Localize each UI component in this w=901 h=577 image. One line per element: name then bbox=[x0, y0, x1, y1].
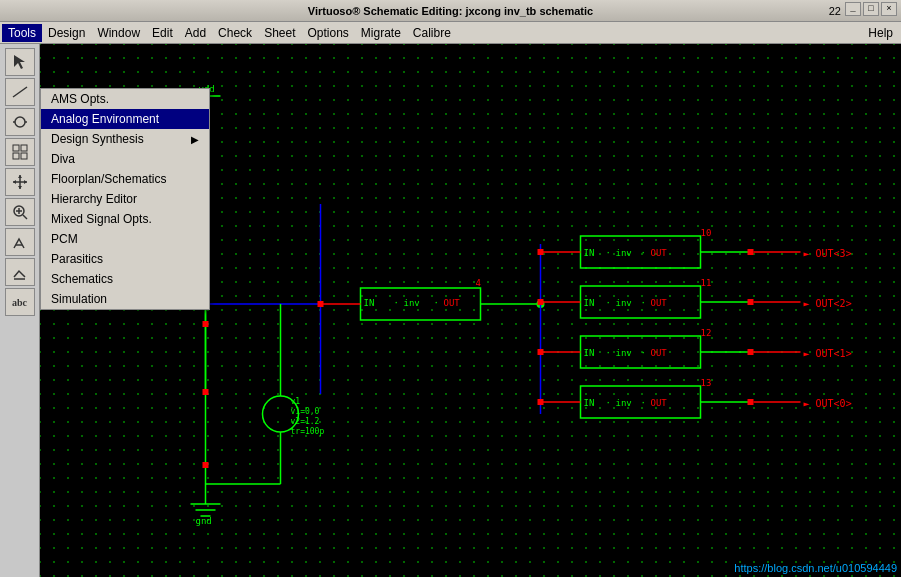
maximize-button[interactable]: □ bbox=[863, 2, 879, 16]
component-tool[interactable] bbox=[5, 108, 35, 136]
svg-text:► OUT<0>: ► OUT<0> bbox=[804, 398, 852, 409]
svg-rect-25 bbox=[361, 288, 481, 320]
dropdown-simulation[interactable]: Simulation bbox=[41, 289, 209, 309]
menu-design[interactable]: Design bbox=[42, 24, 91, 42]
zoom-tool[interactable] bbox=[5, 198, 35, 226]
statusbar-url: https://blog.csdn.net/u010594449 bbox=[734, 562, 897, 574]
close-button[interactable]: × bbox=[881, 2, 897, 16]
schematic-canvas[interactable]: IN · inv · OUT 4 IN · inv · OUT bbox=[40, 44, 901, 577]
dropdown-schematics[interactable]: Schematics bbox=[41, 269, 209, 289]
minimize-button[interactable]: _ bbox=[845, 2, 861, 16]
svg-text:OUT: OUT bbox=[651, 248, 668, 258]
menu-options[interactable]: Options bbox=[301, 24, 354, 42]
menu-calibre[interactable]: Calibre bbox=[407, 24, 457, 42]
menu-check[interactable]: Check bbox=[212, 24, 258, 42]
move-tool[interactable] bbox=[5, 168, 35, 196]
probe-tool[interactable] bbox=[5, 228, 35, 256]
svg-rect-107 bbox=[203, 462, 209, 468]
svg-rect-6 bbox=[13, 153, 19, 159]
svg-text:·: · bbox=[641, 348, 646, 358]
svg-rect-72 bbox=[748, 349, 754, 355]
svg-text:OUT: OUT bbox=[444, 298, 461, 308]
svg-text:10: 10 bbox=[701, 228, 712, 238]
svg-rect-83 bbox=[538, 399, 544, 405]
svg-rect-105 bbox=[203, 321, 209, 327]
svg-line-0 bbox=[13, 87, 27, 97]
svg-text:IN: IN bbox=[584, 348, 595, 358]
titlebar-number: 22 bbox=[829, 5, 841, 17]
toolbar: abc bbox=[0, 44, 40, 577]
svg-text:inv: inv bbox=[616, 348, 632, 358]
main-area: abc IN · inv · OUT bbox=[0, 44, 901, 577]
titlebar-controls: _ □ × bbox=[845, 2, 897, 16]
svg-marker-11 bbox=[18, 186, 22, 189]
menu-tools[interactable]: Tools bbox=[2, 24, 42, 42]
svg-text:·: · bbox=[394, 298, 399, 308]
svg-rect-5 bbox=[21, 145, 27, 151]
stretch-tool[interactable] bbox=[5, 258, 35, 286]
svg-rect-4 bbox=[13, 145, 19, 151]
svg-rect-106 bbox=[203, 389, 209, 395]
svg-marker-12 bbox=[13, 180, 16, 184]
svg-text:inv: inv bbox=[404, 298, 420, 308]
dropdown-ams-opts[interactable]: AMS Opts. bbox=[41, 89, 209, 109]
svg-text:·: · bbox=[641, 248, 646, 258]
svg-text:12: 12 bbox=[701, 328, 712, 338]
dropdown-pcm[interactable]: PCM bbox=[41, 229, 209, 249]
svg-text:► OUT<1>: ► OUT<1> bbox=[804, 348, 852, 359]
svg-text:► OUT<2>: ► OUT<2> bbox=[804, 298, 852, 309]
titlebar: Virtuoso® Schematic Editing: jxcong inv_… bbox=[0, 0, 901, 22]
dropdown-diva[interactable]: Diva bbox=[41, 149, 209, 169]
dropdown-design-synthesis[interactable]: Design Synthesis ▶ bbox=[41, 129, 209, 149]
svg-text:OUT: OUT bbox=[651, 298, 668, 308]
svg-text:IN: IN bbox=[584, 398, 595, 408]
svg-text:·: · bbox=[434, 298, 439, 308]
statusbar: https://blog.csdn.net/u010594449 bbox=[601, 559, 901, 577]
svg-text:IN: IN bbox=[584, 248, 595, 258]
svg-rect-46 bbox=[748, 249, 754, 255]
svg-text:► OUT<3>: ► OUT<3> bbox=[804, 248, 852, 259]
svg-text:·: · bbox=[641, 298, 646, 308]
svg-text:13: 13 bbox=[701, 378, 712, 388]
svg-rect-7 bbox=[21, 153, 27, 159]
menu-help[interactable]: Help bbox=[862, 24, 899, 42]
svg-text:·: · bbox=[606, 398, 611, 408]
svg-text:·: · bbox=[606, 348, 611, 358]
svg-rect-85 bbox=[748, 399, 754, 405]
menu-add[interactable]: Add bbox=[179, 24, 212, 42]
svg-text:4: 4 bbox=[476, 278, 481, 288]
svg-rect-59 bbox=[748, 299, 754, 305]
dropdown-parasitics[interactable]: Parasitics bbox=[41, 249, 209, 269]
dropdown-mixed-signal[interactable]: Mixed Signal Opts. bbox=[41, 209, 209, 229]
select-tool[interactable] bbox=[5, 48, 35, 76]
svg-text:·: · bbox=[606, 248, 611, 258]
svg-text:·: · bbox=[641, 398, 646, 408]
grid-tool[interactable] bbox=[5, 138, 35, 166]
svg-text:OUT: OUT bbox=[651, 348, 668, 358]
wire-tool[interactable] bbox=[5, 78, 35, 106]
svg-text:·: · bbox=[606, 298, 611, 308]
svg-marker-10 bbox=[18, 175, 22, 178]
menu-edit[interactable]: Edit bbox=[146, 24, 179, 42]
svg-text:v2=1.2: v2=1.2 bbox=[291, 417, 320, 426]
svg-text:IN: IN bbox=[364, 298, 375, 308]
svg-text:gnd: gnd bbox=[196, 516, 212, 526]
svg-rect-57 bbox=[538, 299, 544, 305]
svg-text:inv: inv bbox=[616, 298, 632, 308]
text-tool[interactable]: abc bbox=[5, 288, 35, 316]
svg-text:OUT: OUT bbox=[651, 398, 668, 408]
dropdown-analog-env[interactable]: Analog Environment bbox=[41, 109, 209, 129]
titlebar-text: Virtuoso® Schematic Editing: jxcong inv_… bbox=[308, 5, 593, 17]
menu-window[interactable]: Window bbox=[91, 24, 146, 42]
svg-text:11: 11 bbox=[701, 278, 712, 288]
svg-line-15 bbox=[23, 215, 27, 219]
svg-marker-13 bbox=[24, 180, 27, 184]
svg-text:v1: v1 bbox=[291, 397, 301, 406]
dropdown-hierarchy-editor[interactable]: Hierarchy Editor bbox=[41, 189, 209, 209]
menu-sheet[interactable]: Sheet bbox=[258, 24, 301, 42]
svg-text:IN: IN bbox=[584, 298, 595, 308]
menu-migrate[interactable]: Migrate bbox=[355, 24, 407, 42]
dropdown-floorplan[interactable]: Floorplan/Schematics bbox=[41, 169, 209, 189]
svg-text:tr=100p: tr=100p bbox=[291, 427, 325, 436]
svg-text:inv: inv bbox=[616, 248, 632, 258]
